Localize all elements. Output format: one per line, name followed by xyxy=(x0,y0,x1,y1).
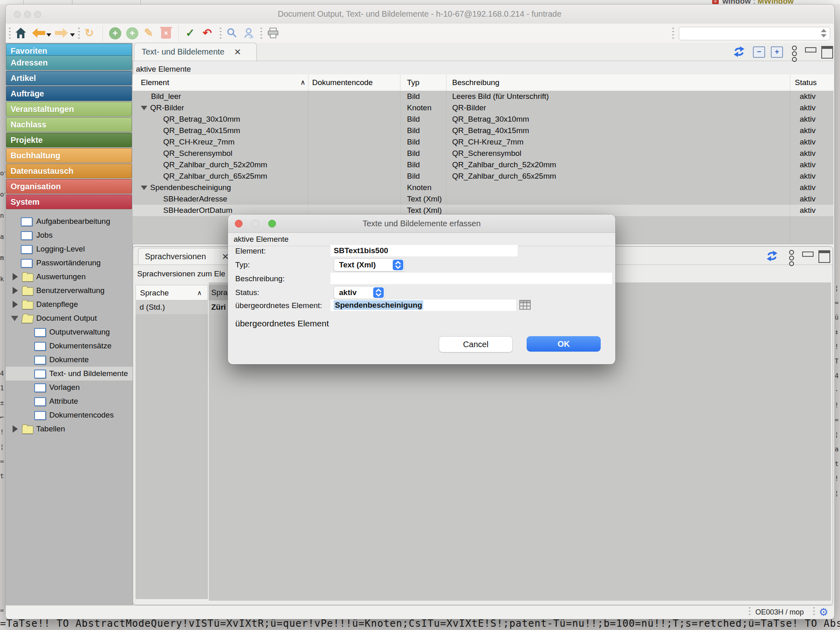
tree-item-datenpflege[interactable]: Datenpflege xyxy=(6,298,133,311)
table-row[interactable]: QR-Bilder Knoten QR-Bilder aktiv xyxy=(133,102,833,114)
element-field[interactable]: SBText1bis500 xyxy=(330,245,518,256)
column-separator[interactable] xyxy=(790,74,790,91)
typ-dropdown[interactable]: Text (Xml) xyxy=(334,258,405,271)
print-icon[interactable] xyxy=(267,27,279,40)
search-user-icon[interactable] xyxy=(243,27,255,40)
toolbar-drag-handle[interactable] xyxy=(672,28,674,39)
stepper-chevrons-icon[interactable] xyxy=(373,287,384,298)
table-row[interactable]: QR_Scherensymbol Bild QR_Scherensymbol a… xyxy=(133,148,833,159)
maximize-panel-icon[interactable] xyxy=(818,250,830,263)
maximize-panel-icon[interactable] xyxy=(821,46,833,59)
kebab-menu-icon[interactable] xyxy=(789,249,794,267)
add-icon[interactable]: + xyxy=(109,27,121,39)
chevron-down-icon[interactable] xyxy=(141,186,147,190)
column-header-element[interactable]: Element xyxy=(141,74,169,91)
statusbar-drag-handle[interactable] xyxy=(813,607,815,617)
column-separator[interactable] xyxy=(446,74,446,91)
table-row[interactable]: Bild_leer Bild Leeres Bild (für Untersch… xyxy=(133,91,833,102)
tab-sprachversionen[interactable]: Sprachversionen ✕ xyxy=(138,248,241,265)
tree-item-document-output[interactable]: Document Output xyxy=(6,311,133,325)
parent-element-field[interactable]: Spendenbescheinigung xyxy=(330,300,516,311)
sidebar-item-artikel[interactable]: Artikel xyxy=(6,71,132,85)
confirm-icon[interactable]: ✓ xyxy=(186,26,195,40)
table-row[interactable]: QR_Betrag_30x10mm Bild QR_Betrag_30x10mm… xyxy=(133,114,833,125)
table-row[interactable]: QR_Betrag_40x15mm Bild QR_Betrag_40x15mm… xyxy=(133,125,833,136)
add-copy-icon[interactable]: + xyxy=(126,27,138,39)
stepper-chevrons-icon[interactable] xyxy=(393,260,403,270)
tree-item-logging-level[interactable]: Logging-Level xyxy=(6,242,133,256)
tree-item-attribute[interactable]: Attribute xyxy=(6,394,133,408)
chevron-right-icon[interactable] xyxy=(13,425,18,433)
statusbar-drag-handle[interactable] xyxy=(749,607,750,617)
forward-dropdown-icon[interactable] xyxy=(70,33,75,37)
sidebar-item-veranstaltungen[interactable]: Veranstaltungen xyxy=(6,102,132,116)
edit-icon[interactable]: ✎ xyxy=(144,26,153,40)
table-row[interactable]: QR_Zahlbar_durch_52x20mm Bild QR_Zahlbar… xyxy=(133,159,833,171)
toolbar-drag-handle[interactable] xyxy=(260,28,262,39)
search-icon[interactable] xyxy=(226,27,238,40)
tree-item-dokumentencodes[interactable]: Dokumentencodes xyxy=(6,408,133,422)
tree-item-outputverwaltung[interactable]: Outputverwaltung xyxy=(6,325,133,339)
chevron-right-icon[interactable] xyxy=(13,287,18,294)
table-grid-icon[interactable] xyxy=(519,300,531,312)
sidebar-item-projekte[interactable]: Projekte xyxy=(6,133,132,147)
column-separator[interactable] xyxy=(400,74,400,91)
back-dropdown-icon[interactable] xyxy=(46,33,51,37)
toolbar-drag-handle[interactable] xyxy=(78,28,80,39)
table-row[interactable]: SBHeaderAdresse Text (Xml) aktiv xyxy=(133,193,833,205)
column-header-status[interactable]: Status xyxy=(795,74,817,91)
language-row[interactable]: d (Std.) xyxy=(136,300,208,314)
sidebar-item-datenaustausch[interactable]: Datenaustausch xyxy=(6,164,132,178)
sidebar-item-adressen[interactable]: Adressen xyxy=(6,55,132,70)
chevron-down-icon[interactable] xyxy=(821,34,827,37)
ok-button[interactable]: OK xyxy=(527,336,601,352)
toolbar-drag-handle[interactable] xyxy=(220,28,221,39)
table-row[interactable]: Spendenbescheinigung Knoten aktiv xyxy=(133,182,833,193)
column-header-beschreibung[interactable]: Beschreibung xyxy=(452,74,499,91)
column-header-dokumentencode[interactable]: Dokumentencode xyxy=(312,74,373,91)
chevron-up-icon[interactable] xyxy=(821,29,827,32)
chevron-down-icon[interactable] xyxy=(11,316,18,321)
column-separator[interactable] xyxy=(308,74,308,91)
table-row[interactable]: QR_CH-Kreuz_7mm Bild QR_CH-Kreuz_7mm akt… xyxy=(133,136,833,148)
kebab-menu-icon[interactable] xyxy=(792,45,797,63)
tree-item-vorlagen[interactable]: Vorlagen xyxy=(6,381,133,394)
column-header-typ[interactable]: Typ xyxy=(407,74,420,91)
sync-icon[interactable] xyxy=(733,46,745,59)
undo-icon[interactable]: ↶ xyxy=(203,26,212,40)
expand-all-icon[interactable]: + xyxy=(771,46,783,58)
toolbar-drag-handle[interactable] xyxy=(9,28,11,39)
dialog-titlebar[interactable]: Texte und Bildelemente erfassen xyxy=(228,214,615,233)
cancel-button[interactable]: Cancel xyxy=(439,336,513,352)
gear-icon[interactable]: ⚙ xyxy=(819,606,828,619)
column-header-sprache[interactable]: Sprache ∧ xyxy=(136,285,208,300)
sync-icon[interactable] xyxy=(766,251,778,263)
back-button[interactable] xyxy=(32,28,46,40)
sidebar-item-nachlass[interactable]: Nachlass xyxy=(6,117,132,132)
minimize-panel-icon[interactable] xyxy=(802,252,814,257)
quick-search-combobox[interactable] xyxy=(679,27,830,40)
tree-item-auswertungen[interactable]: Auswertungen xyxy=(6,270,133,284)
sidebar-item-auftraege[interactable]: Aufträge xyxy=(6,86,132,101)
sidebar-item-organisation[interactable]: Organisation xyxy=(6,179,132,194)
chevron-right-icon[interactable] xyxy=(13,273,18,280)
tree-item-text-und-bildelemente[interactable]: Text- und Bildelemente xyxy=(6,367,133,381)
table-row[interactable]: QR_Zahlbar_durch_65x25mm Bild QR_Zahlbar… xyxy=(133,171,833,182)
sidebar-item-system[interactable]: System xyxy=(6,195,132,209)
tree-item-dokumente[interactable]: Dokumente xyxy=(6,353,133,367)
minimize-panel-icon[interactable] xyxy=(805,47,816,52)
forward-button[interactable] xyxy=(55,28,68,40)
sort-ascending-icon[interactable]: ∧ xyxy=(300,74,305,91)
tree-item-dokumentensaetze[interactable]: Dokumentensätze xyxy=(6,339,133,353)
tree-item-jobs[interactable]: Jobs xyxy=(6,228,133,242)
collapse-all-icon[interactable]: − xyxy=(753,46,765,58)
tree-item-aufgabenbearbeitung[interactable]: Aufgabenbearbeitung xyxy=(6,214,133,228)
tab-text-und-bildelemente[interactable]: Text- und Bildelemente ✕ xyxy=(134,43,257,61)
titlebar[interactable]: Document Output, Text- und Bildelemente … xyxy=(6,4,833,24)
chevron-right-icon[interactable] xyxy=(13,301,18,308)
beschreibung-field[interactable] xyxy=(330,273,612,284)
home-icon[interactable] xyxy=(15,27,27,41)
status-dropdown[interactable]: aktiv xyxy=(334,286,385,299)
tree-item-tabellen[interactable]: Tabellen xyxy=(6,422,133,436)
tab-close-icon[interactable]: ✕ xyxy=(234,43,241,61)
